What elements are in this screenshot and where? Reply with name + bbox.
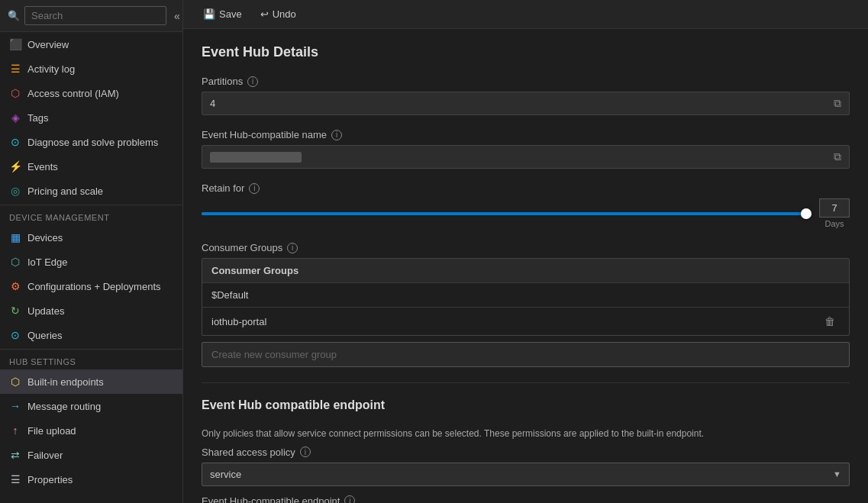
updates-icon: ↻ [9, 305, 21, 317]
endpoint-note: Only policies that allow service connect… [202, 427, 850, 440]
consumer-groups-field: Consumer Groups i Consumer Groups $Defau… [202, 242, 850, 367]
sidebar-label-updates: Updates [27, 305, 64, 317]
endpoint-url-label: Event Hub-compatible endpoint i [202, 495, 850, 503]
iotedge-icon: ⬡ [9, 256, 21, 268]
sidebar-label-pricing: Pricing and scale [27, 185, 103, 197]
shared-access-policy-value: service [210, 469, 833, 480]
sidebar-label-tags: Tags [27, 112, 48, 124]
partitions-copy-button[interactable]: ⧉ [826, 92, 849, 114]
endpoint-url-info-icon[interactable]: i [344, 495, 355, 503]
toolbar: 💾 Save ↩ Undo [183, 0, 868, 29]
sidebar-label-devices: Devices [27, 232, 63, 243]
sidebar-label-message-routing: Message routing [27, 401, 101, 412]
sidebar-item-activity-log[interactable]: ☰ Activity log [0, 56, 182, 81]
section-divider [202, 382, 850, 383]
consumer-groups-header: Consumer Groups [202, 259, 849, 282]
sidebar-item-overview[interactable]: ⬛ Overview [0, 32, 182, 56]
properties-icon: ☰ [9, 473, 21, 485]
partitions-input[interactable] [202, 92, 826, 114]
sidebar-item-events[interactable]: ⚡ Events [0, 154, 182, 179]
devices-icon: ▦ [9, 231, 21, 243]
sidebar-label-events: Events [27, 161, 58, 173]
retain-for-info-icon[interactable]: i [249, 183, 260, 194]
sidebar-item-configs[interactable]: ⚙ Configurations + Deployments [0, 274, 182, 298]
consumer-group-row-default: $Default [202, 282, 849, 307]
save-label: Save [219, 8, 242, 20]
pricing-icon: ◎ [9, 185, 21, 197]
section-hub-settings: Hub settings [0, 349, 182, 369]
sidebar-label-iam: Access control (IAM) [27, 88, 119, 99]
section-device-management: Device management [0, 205, 182, 225]
retain-slider-track [202, 212, 812, 215]
sidebar-label-configs: Configurations + Deployments [27, 281, 161, 292]
sidebar-item-properties[interactable]: ☰ Properties [0, 467, 182, 492]
page-title: Event Hub Details [202, 44, 850, 60]
create-consumer-group-input[interactable] [202, 342, 850, 367]
search-input[interactable] [24, 6, 166, 25]
eventhub-name-label: Event Hub-compatible name i [202, 129, 850, 140]
eventhub-name-copy-button[interactable]: ⧉ [826, 146, 849, 168]
shared-access-policy-label: Shared access policy i [202, 447, 850, 458]
activity-log-icon: ☰ [9, 63, 21, 75]
retain-value-box: Days [819, 198, 850, 228]
retain-for-label: Retain for i [202, 182, 850, 194]
consumer-group-row-iothub-portal: iothub-portal 🗑 [202, 307, 849, 335]
sidebar-label-queries: Queries [27, 330, 63, 341]
sidebar-item-tags[interactable]: ◈ Tags [0, 105, 182, 130]
retain-unit: Days [824, 219, 844, 228]
sidebar-item-diagnose[interactable]: ⊙ Diagnose and solve problems [0, 130, 182, 154]
partitions-info-icon[interactable]: i [247, 76, 258, 87]
retain-value-input[interactable] [819, 198, 850, 218]
sidebar-label-activity-log: Activity log [27, 63, 75, 75]
collapse-button[interactable]: « [171, 8, 183, 24]
sidebar-label-properties: Properties [27, 474, 73, 485]
sidebar-item-devices[interactable]: ▦ Devices [0, 225, 182, 250]
endpoint-section: Event Hub compatible endpoint Only polic… [202, 398, 850, 503]
sidebar-item-file-upload[interactable]: ↑ File upload [0, 418, 182, 443]
sidebar-item-message-routing[interactable]: → Message routing [0, 394, 182, 418]
eventhub-name-info-icon[interactable]: i [331, 130, 342, 140]
sidebar-item-iam[interactable]: ⬡ Access control (IAM) [0, 81, 182, 105]
partitions-field: Partitions i ⧉ [202, 76, 850, 115]
search-icon: 🔍 [8, 10, 20, 21]
consumer-groups-label: Consumer Groups i [202, 242, 850, 253]
shared-access-policy-dropdown[interactable]: service ▼ [202, 463, 850, 486]
overview-icon: ⬛ [9, 38, 21, 50]
sidebar-label-iotedge: IoT Edge [27, 256, 68, 268]
sidebar-search-container: 🔍 « [0, 0, 182, 32]
undo-icon: ↩ [260, 8, 269, 20]
retain-slider-thumb[interactable] [801, 208, 812, 219]
file-upload-icon: ↑ [9, 424, 21, 437]
undo-button[interactable]: ↩ Undo [253, 5, 304, 24]
save-button[interactable]: 💾 Save [195, 5, 250, 24]
retain-slider-fill [202, 212, 812, 215]
retain-for-field: Retain for i Days [202, 182, 850, 228]
sidebar-item-updates[interactable]: ↻ Updates [0, 298, 182, 323]
tags-icon: ◈ [9, 111, 21, 124]
partitions-input-row: ⧉ [202, 92, 850, 115]
eventhub-name-field: Event Hub-compatible name i ⧉ [202, 129, 850, 169]
sidebar: 🔍 « ⬛ Overview ☰ Activity log ⬡ Access c… [0, 0, 183, 503]
consumer-group-name-iothub-portal: iothub-portal [211, 316, 266, 327]
events-icon: ⚡ [9, 160, 21, 173]
delete-consumer-group-button[interactable]: 🗑 [820, 314, 840, 329]
consumer-groups-table: Consumer Groups $Default iothub-portal 🗑 [202, 258, 850, 336]
sidebar-item-pricing[interactable]: ◎ Pricing and scale [0, 179, 182, 203]
sidebar-label-file-upload: File upload [27, 425, 76, 437]
sidebar-item-iotedge[interactable]: ⬡ IoT Edge [0, 250, 182, 274]
diagnose-icon: ⊙ [9, 136, 21, 148]
sidebar-item-failover[interactable]: ⇄ Failover [0, 443, 182, 467]
sidebar-item-queries[interactable]: ⊙ Queries [0, 323, 182, 347]
builtin-endpoints-icon: ⬡ [9, 376, 21, 388]
sidebar-label-diagnose: Diagnose and solve problems [27, 137, 158, 148]
sidebar-item-builtin-endpoints[interactable]: ⬡ Built-in endpoints [0, 369, 182, 394]
shared-access-policy-info-icon[interactable]: i [300, 447, 311, 457]
queries-icon: ⊙ [9, 329, 21, 341]
failover-icon: ⇄ [9, 449, 21, 461]
sidebar-label-overview: Overview [27, 39, 69, 50]
consumer-group-name-default: $Default [211, 289, 248, 301]
dropdown-chevron-icon: ▼ [833, 469, 841, 479]
content-area: Event Hub Details Partitions i ⧉ Event H… [183, 29, 868, 503]
save-icon: 💾 [203, 8, 215, 20]
consumer-groups-info-icon[interactable]: i [287, 243, 298, 253]
